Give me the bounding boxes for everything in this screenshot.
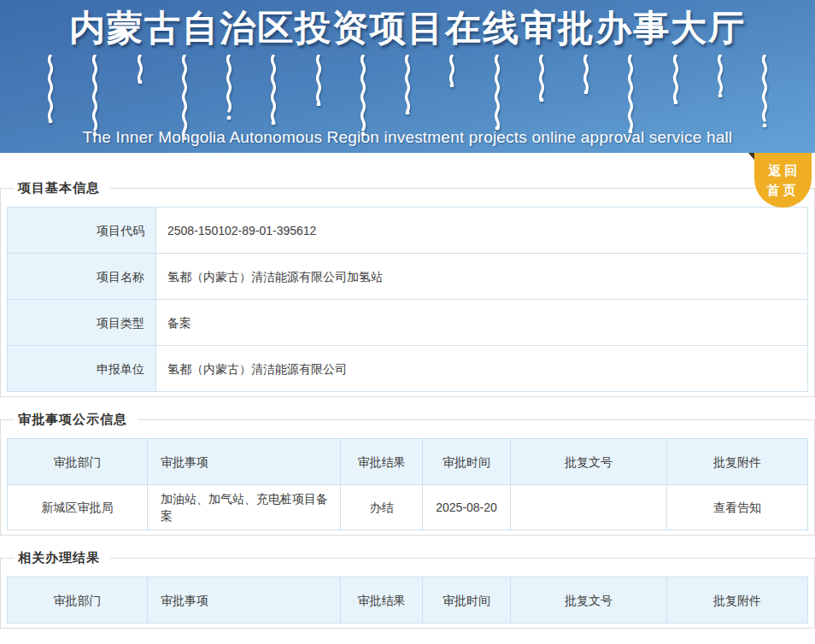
table-cell	[511, 485, 667, 530]
section-title-related-results: 相关办理结果	[14, 550, 110, 566]
table-row: 项目类型备案	[8, 300, 808, 346]
column-header: 审批时间	[423, 439, 511, 485]
mongolian-word-glyph	[136, 55, 144, 84]
mongolian-word-glyph	[448, 55, 456, 87]
section-project-basic-info: 项目基本信息 项目代码2508-150102-89-01-395612项目名称氢…	[0, 180, 815, 397]
mongolian-word-glyph	[537, 55, 546, 102]
mongolian-word-glyph	[359, 55, 367, 136]
section-approval-public-info: 审批事项公示信息 审批部门审批事项审批结果审批时间批复文号批复附件新城区审批局加…	[0, 412, 815, 536]
field-value: 氢都（内蒙古）清洁能源有限公司加氢站	[156, 254, 808, 300]
back-home-label-line1: 返回	[769, 163, 801, 178]
related-results-table: 审批部门审批事项审批结果审批时间批复文号批复附件	[7, 577, 808, 624]
mongolian-word-glyph	[716, 55, 724, 97]
table-row: 项目名称氢都（内蒙古）清洁能源有限公司加氢站	[8, 254, 808, 300]
page: 内蒙古自治区投资项目在线审批办事大厅 The Inner Mongolia Au…	[0, 0, 815, 644]
field-value: 氢都（内蒙古）清洁能源有限公司	[156, 346, 808, 392]
table-row: 申报单位氢都（内蒙古）清洁能源有限公司	[8, 346, 808, 392]
mongolian-word-glyph	[180, 55, 189, 140]
mongolian-word-glyph	[760, 55, 769, 127]
mongolian-word-glyph	[46, 55, 55, 123]
field-value: 2508-150102-89-01-395612	[156, 208, 808, 254]
table-cell: 2025-08-20	[423, 485, 511, 530]
field-label: 项目类型	[8, 300, 156, 346]
table-cell: 新城区审批局	[8, 485, 148, 530]
column-header: 批复文号	[511, 439, 667, 485]
back-home-label-line2: 首页	[767, 183, 800, 197]
table-row: 项目代码2508-150102-89-01-395612	[8, 208, 808, 254]
table-row: 新城区审批局加油站、加气站、充电桩项目备案办结2025-08-20查看告知	[8, 485, 808, 530]
column-header: 审批部门	[8, 439, 148, 485]
column-header: 审批结果	[341, 439, 423, 485]
table-header-row: 审批部门审批事项审批结果审批时间批复文号批复附件	[8, 439, 808, 485]
approval-public-info-table: 审批部门审批事项审批结果审批时间批复文号批复附件新城区审批局加油站、加气站、充电…	[7, 438, 808, 530]
column-header: 审批结果	[341, 577, 423, 624]
table-cell: 办结	[341, 485, 423, 530]
column-header: 审批事项	[148, 439, 341, 485]
mongolian-word-glyph	[626, 55, 635, 133]
mongolian-word-glyph	[91, 55, 99, 136]
mongolian-word-glyph	[671, 55, 680, 104]
project-basic-info-table: 项目代码2508-150102-89-01-395612项目名称氢都（内蒙古）清…	[7, 207, 808, 392]
site-title-chinese: 内蒙古自治区投资项目在线审批办事大厅	[0, 0, 815, 52]
column-header: 批复附件	[667, 439, 808, 485]
column-header: 批复附件	[667, 577, 808, 624]
column-header: 审批事项	[148, 577, 341, 624]
mongolian-word-glyph	[403, 55, 412, 114]
site-title-english: The Inner Mongolia Autonomous Region inv…	[0, 128, 815, 147]
field-label: 项目代码	[8, 208, 156, 254]
section-title-approval-public-info: 审批事项公示信息	[14, 412, 138, 428]
column-header: 审批时间	[423, 577, 511, 624]
field-label: 项目名称	[8, 254, 156, 300]
field-label: 申报单位	[8, 346, 156, 392]
column-header: 批复文号	[511, 577, 667, 624]
table-cell: 加油站、加气站、充电桩项目备案	[148, 485, 341, 530]
mongolian-word-glyph	[314, 55, 323, 106]
mongolian-word-glyph	[493, 55, 501, 130]
table-header-row: 审批部门审批事项审批结果审批时间批复文号批复附件	[8, 577, 808, 624]
section-related-results: 相关办理结果 审批部门审批事项审批结果审批时间批复文号批复附件	[0, 550, 815, 629]
content-area: 项目基本信息 项目代码2508-150102-89-01-395612项目名称氢…	[0, 153, 815, 629]
site-banner: 内蒙古自治区投资项目在线审批办事大厅 The Inner Mongolia Au…	[0, 0, 815, 153]
column-header: 审批部门	[8, 577, 148, 624]
field-value: 备案	[156, 300, 808, 346]
mongolian-script-decoration	[46, 55, 769, 126]
mongolian-word-glyph	[269, 55, 278, 125]
view-notice-link[interactable]: 查看告知	[667, 485, 808, 530]
mongolian-word-glyph	[225, 55, 233, 120]
mongolian-word-glyph	[582, 55, 590, 94]
back-home-button[interactable]: 返回 首页	[754, 153, 812, 208]
section-title-project-basic-info: 项目基本信息	[14, 180, 110, 196]
